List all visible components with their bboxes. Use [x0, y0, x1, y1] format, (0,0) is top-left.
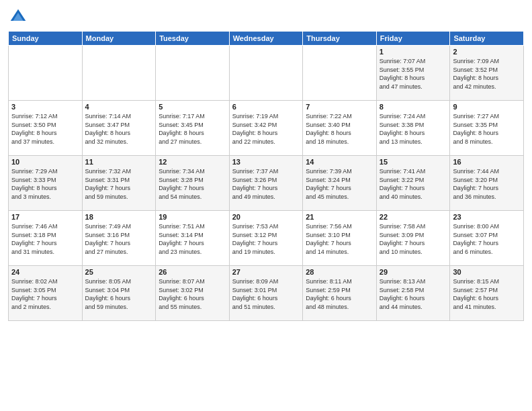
week-row-3: 10Sunrise: 7:29 AM Sunset: 3:33 PM Dayli… [9, 156, 524, 211]
day-info: Sunrise: 7:37 AM Sunset: 3:26 PM Dayligh… [232, 167, 300, 201]
weekday-header-thursday: Thursday [303, 32, 377, 46]
page: SundayMondayTuesdayWednesdayThursdayFrid… [0, 0, 532, 411]
day-number: 19 [159, 213, 226, 221]
day-info: Sunrise: 7:53 AM Sunset: 3:12 PM Dayligh… [232, 222, 300, 256]
week-row-4: 17Sunrise: 7:46 AM Sunset: 3:18 PM Dayli… [9, 211, 524, 266]
day-number: 17 [11, 213, 79, 221]
day-info: Sunrise: 7:56 AM Sunset: 3:10 PM Dayligh… [306, 222, 373, 256]
day-info: Sunrise: 8:13 AM Sunset: 2:58 PM Dayligh… [380, 277, 447, 311]
day-info: Sunrise: 7:29 AM Sunset: 3:33 PM Dayligh… [11, 167, 79, 201]
day-info: Sunrise: 8:15 AM Sunset: 2:57 PM Dayligh… [453, 277, 521, 311]
day-number: 30 [453, 268, 521, 276]
logo [8, 7, 31, 27]
calendar-cell: 15Sunrise: 7:41 AM Sunset: 3:22 PM Dayli… [376, 156, 450, 211]
calendar-cell: 18Sunrise: 7:49 AM Sunset: 3:16 PM Dayli… [82, 211, 156, 266]
logo-icon [8, 7, 28, 27]
day-info: Sunrise: 7:46 AM Sunset: 3:18 PM Dayligh… [11, 222, 79, 256]
day-info: Sunrise: 7:17 AM Sunset: 3:45 PM Dayligh… [159, 112, 226, 146]
day-info: Sunrise: 7:14 AM Sunset: 3:47 PM Dayligh… [85, 112, 153, 146]
day-number: 1 [380, 48, 447, 56]
calendar-cell: 16Sunrise: 7:44 AM Sunset: 3:20 PM Dayli… [450, 156, 524, 211]
day-number: 20 [232, 213, 300, 221]
day-number: 26 [159, 268, 226, 276]
calendar-cell: 17Sunrise: 7:46 AM Sunset: 3:18 PM Dayli… [9, 211, 83, 266]
calendar-cell: 14Sunrise: 7:39 AM Sunset: 3:24 PM Dayli… [303, 156, 377, 211]
day-info: Sunrise: 7:41 AM Sunset: 3:22 PM Dayligh… [380, 167, 447, 201]
day-info: Sunrise: 7:44 AM Sunset: 3:20 PM Dayligh… [453, 167, 521, 201]
day-info: Sunrise: 7:07 AM Sunset: 3:55 PM Dayligh… [380, 57, 447, 91]
day-info: Sunrise: 8:11 AM Sunset: 2:59 PM Dayligh… [306, 277, 373, 311]
day-info: Sunrise: 7:19 AM Sunset: 3:42 PM Dayligh… [232, 112, 300, 146]
calendar-cell [303, 46, 377, 101]
week-row-5: 24Sunrise: 8:02 AM Sunset: 3:05 PM Dayli… [9, 266, 524, 321]
calendar-cell [82, 46, 156, 101]
weekday-header-tuesday: Tuesday [156, 32, 230, 46]
calendar-cell: 10Sunrise: 7:29 AM Sunset: 3:33 PM Dayli… [9, 156, 83, 211]
calendar-cell: 26Sunrise: 8:07 AM Sunset: 3:02 PM Dayli… [156, 266, 230, 321]
day-number: 12 [159, 158, 226, 166]
weekday-header-friday: Friday [376, 32, 450, 46]
day-number: 4 [85, 103, 153, 111]
day-info: Sunrise: 7:34 AM Sunset: 3:28 PM Dayligh… [159, 167, 226, 201]
day-info: Sunrise: 8:07 AM Sunset: 3:02 PM Dayligh… [159, 277, 226, 311]
calendar-cell [156, 46, 230, 101]
day-number: 14 [306, 158, 373, 166]
day-number: 18 [85, 213, 153, 221]
day-number: 28 [306, 268, 373, 276]
calendar-cell: 21Sunrise: 7:56 AM Sunset: 3:10 PM Dayli… [303, 211, 377, 266]
calendar-cell [229, 46, 303, 101]
day-number: 5 [159, 103, 226, 111]
day-number: 22 [380, 213, 447, 221]
weekday-header-sunday: Sunday [9, 32, 83, 46]
day-number: 9 [453, 103, 521, 111]
calendar-cell: 20Sunrise: 7:53 AM Sunset: 3:12 PM Dayli… [229, 211, 303, 266]
day-info: Sunrise: 7:51 AM Sunset: 3:14 PM Dayligh… [159, 222, 226, 256]
calendar-cell: 28Sunrise: 8:11 AM Sunset: 2:59 PM Dayli… [303, 266, 377, 321]
calendar-cell: 12Sunrise: 7:34 AM Sunset: 3:28 PM Dayli… [156, 156, 230, 211]
day-info: Sunrise: 7:49 AM Sunset: 3:16 PM Dayligh… [85, 222, 153, 256]
calendar-cell [9, 46, 83, 101]
day-number: 25 [85, 268, 153, 276]
day-number: 21 [306, 213, 373, 221]
day-number: 23 [453, 213, 521, 221]
day-number: 11 [85, 158, 153, 166]
calendar-cell: 8Sunrise: 7:24 AM Sunset: 3:38 PM Daylig… [376, 101, 450, 156]
day-number: 13 [232, 158, 300, 166]
calendar-cell: 13Sunrise: 7:37 AM Sunset: 3:26 PM Dayli… [229, 156, 303, 211]
calendar-cell: 23Sunrise: 8:00 AM Sunset: 3:07 PM Dayli… [450, 211, 524, 266]
calendar-cell: 11Sunrise: 7:32 AM Sunset: 3:31 PM Dayli… [82, 156, 156, 211]
weekday-header-row: SundayMondayTuesdayWednesdayThursdayFrid… [9, 32, 524, 46]
day-info: Sunrise: 7:58 AM Sunset: 3:09 PM Dayligh… [380, 222, 447, 256]
day-info: Sunrise: 7:39 AM Sunset: 3:24 PM Dayligh… [306, 167, 373, 201]
week-row-2: 3Sunrise: 7:12 AM Sunset: 3:50 PM Daylig… [9, 101, 524, 156]
calendar-cell: 25Sunrise: 8:05 AM Sunset: 3:04 PM Dayli… [82, 266, 156, 321]
calendar-cell: 9Sunrise: 7:27 AM Sunset: 3:35 PM Daylig… [450, 101, 524, 156]
calendar-cell: 30Sunrise: 8:15 AM Sunset: 2:57 PM Dayli… [450, 266, 524, 321]
weekday-header-monday: Monday [82, 32, 156, 46]
day-info: Sunrise: 7:27 AM Sunset: 3:35 PM Dayligh… [453, 112, 521, 146]
day-info: Sunrise: 8:05 AM Sunset: 3:04 PM Dayligh… [85, 277, 153, 311]
calendar-cell: 24Sunrise: 8:02 AM Sunset: 3:05 PM Dayli… [9, 266, 83, 321]
day-info: Sunrise: 8:00 AM Sunset: 3:07 PM Dayligh… [453, 222, 521, 256]
weekday-header-saturday: Saturday [450, 32, 524, 46]
day-number: 2 [453, 48, 521, 56]
day-number: 7 [306, 103, 373, 111]
calendar-cell: 1Sunrise: 7:07 AM Sunset: 3:55 PM Daylig… [376, 46, 450, 101]
calendar-cell: 29Sunrise: 8:13 AM Sunset: 2:58 PM Dayli… [376, 266, 450, 321]
day-info: Sunrise: 7:22 AM Sunset: 3:40 PM Dayligh… [306, 112, 373, 146]
day-number: 10 [11, 158, 79, 166]
day-info: Sunrise: 7:32 AM Sunset: 3:31 PM Dayligh… [85, 167, 153, 201]
day-info: Sunrise: 7:09 AM Sunset: 3:52 PM Dayligh… [453, 57, 521, 91]
calendar-cell: 3Sunrise: 7:12 AM Sunset: 3:50 PM Daylig… [9, 101, 83, 156]
calendar-cell: 2Sunrise: 7:09 AM Sunset: 3:52 PM Daylig… [450, 46, 524, 101]
day-info: Sunrise: 7:12 AM Sunset: 3:50 PM Dayligh… [11, 112, 79, 146]
day-info: Sunrise: 8:09 AM Sunset: 3:01 PM Dayligh… [232, 277, 300, 311]
calendar-cell: 4Sunrise: 7:14 AM Sunset: 3:47 PM Daylig… [82, 101, 156, 156]
calendar-cell: 7Sunrise: 7:22 AM Sunset: 3:40 PM Daylig… [303, 101, 377, 156]
day-number: 16 [453, 158, 521, 166]
day-number: 3 [11, 103, 79, 111]
day-info: Sunrise: 8:02 AM Sunset: 3:05 PM Dayligh… [11, 277, 79, 311]
day-number: 8 [380, 103, 447, 111]
day-info: Sunrise: 7:24 AM Sunset: 3:38 PM Dayligh… [380, 112, 447, 146]
day-number: 29 [380, 268, 447, 276]
